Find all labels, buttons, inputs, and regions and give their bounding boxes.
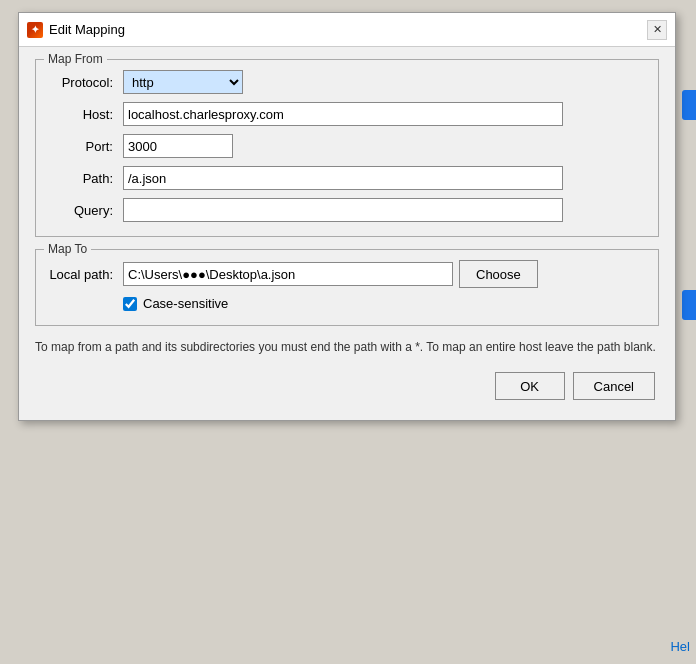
path-label: Path: xyxy=(48,171,113,186)
info-text: To map from a path and its subdirectorie… xyxy=(35,338,659,356)
dialog-buttons: OK Cancel xyxy=(35,372,659,404)
host-label: Host: xyxy=(48,107,113,122)
edit-mapping-dialog: ✦ Edit Mapping ✕ Map From Protocol: http… xyxy=(18,12,676,421)
blue-bar-bottom xyxy=(682,290,696,320)
protocol-select[interactable]: http https ftp xyxy=(123,70,243,94)
case-sensitive-row: Case-sensitive xyxy=(123,296,646,311)
help-label: Hel xyxy=(670,639,690,654)
map-from-section: Map From Protocol: http https ftp Host: xyxy=(35,59,659,237)
map-to-section: Map To Local path: Choose Case-sensitive xyxy=(35,249,659,326)
choose-button[interactable]: Choose xyxy=(459,260,538,288)
local-path-input[interactable] xyxy=(123,262,453,286)
path-input[interactable] xyxy=(123,166,563,190)
close-button[interactable]: ✕ xyxy=(647,20,667,40)
port-row: Port: xyxy=(48,134,646,158)
dialog-titlebar: ✦ Edit Mapping ✕ xyxy=(19,13,675,47)
dialog-title: Edit Mapping xyxy=(49,22,125,37)
cancel-button[interactable]: Cancel xyxy=(573,372,655,400)
app-icon: ✦ xyxy=(27,22,43,38)
host-input[interactable] xyxy=(123,102,563,126)
query-label: Query: xyxy=(48,203,113,218)
dialog-content: Map From Protocol: http https ftp Host: xyxy=(19,47,675,420)
path-row: Path: xyxy=(48,166,646,190)
query-row: Query: xyxy=(48,198,646,222)
local-path-label: Local path: xyxy=(48,267,113,282)
protocol-row: Protocol: http https ftp xyxy=(48,70,646,94)
blue-bar-top xyxy=(682,90,696,120)
port-input[interactable] xyxy=(123,134,233,158)
case-sensitive-label: Case-sensitive xyxy=(143,296,228,311)
query-input[interactable] xyxy=(123,198,563,222)
port-label: Port: xyxy=(48,139,113,154)
title-left: ✦ Edit Mapping xyxy=(27,22,125,38)
case-sensitive-checkbox[interactable] xyxy=(123,297,137,311)
map-to-legend: Map To xyxy=(44,242,91,256)
local-path-row: Local path: Choose xyxy=(48,260,646,288)
map-from-legend: Map From xyxy=(44,52,107,66)
ok-button[interactable]: OK xyxy=(495,372,565,400)
protocol-label: Protocol: xyxy=(48,75,113,90)
host-row: Host: xyxy=(48,102,646,126)
